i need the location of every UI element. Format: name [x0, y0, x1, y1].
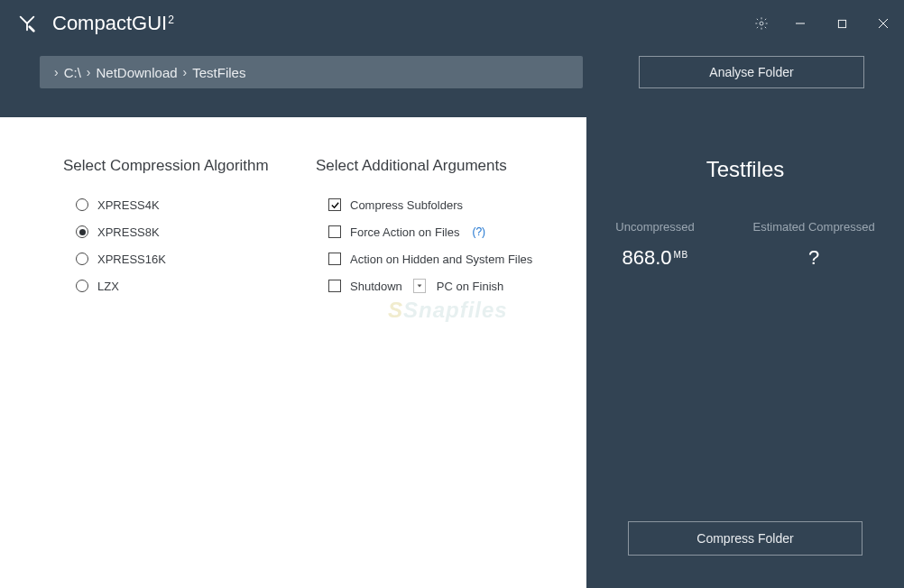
chevron-right-icon: › [183, 65, 188, 79]
svg-point-0 [760, 22, 763, 25]
arg-force-action[interactable]: Force Action on Files (?) [328, 218, 532, 245]
minimize-button[interactable] [779, 5, 821, 41]
checkbox-icon [328, 280, 341, 292]
algorithm-section-title: Select Compression Algorithm [63, 157, 316, 175]
stat-uncompressed: Uncompressed 868.0 MB [615, 220, 694, 270]
radio-icon [76, 198, 88, 211]
maximize-button[interactable] [821, 5, 862, 41]
algo-option-xpress4k[interactable]: XPRESS4K [76, 191, 316, 218]
arguments-section-title: Select Additional Arguments [316, 157, 532, 175]
checkbox-icon [328, 225, 341, 238]
algo-option-lzx[interactable]: LZX [76, 272, 316, 299]
checkbox-icon [328, 253, 341, 265]
radio-icon [76, 225, 88, 238]
help-link[interactable]: (?) [472, 225, 485, 238]
algo-option-xpress16k[interactable]: XPRESS16K [76, 245, 316, 272]
header-row: › C:\ › NetDownload › TestFiles Analyse … [0, 47, 904, 117]
breadcrumb-segment[interactable]: C:\ [64, 65, 81, 80]
close-button[interactable] [862, 5, 904, 41]
breadcrumb-segment[interactable]: TestFiles [192, 65, 245, 80]
app-title: CompactGUI2 [52, 12, 174, 35]
right-panel: Testfiles Uncompressed 868.0 MB Estimate… [586, 117, 904, 588]
arg-hidden-system[interactable]: Action on Hidden and System Files [328, 245, 532, 272]
chevron-right-icon: › [87, 65, 91, 79]
shutdown-dropdown[interactable] [413, 279, 426, 293]
chevron-right-icon: › [54, 65, 59, 79]
compress-folder-button[interactable]: Compress Folder [628, 521, 862, 556]
arg-shutdown[interactable]: Shutdown PC on Finish [328, 272, 532, 299]
algo-option-xpress8k[interactable]: XPRESS8K [76, 218, 316, 245]
app-icon [13, 9, 42, 38]
left-panel: Select Compression Algorithm XPRESS4K XP… [0, 117, 586, 588]
titlebar: CompactGUI2 [0, 0, 904, 47]
radio-icon [76, 280, 88, 292]
stat-estimated: Estimated Compressed ? [753, 220, 875, 270]
breadcrumb-segment[interactable]: NetDownload [97, 65, 178, 80]
breadcrumb[interactable]: › C:\ › NetDownload › TestFiles [40, 56, 583, 88]
analyse-folder-button[interactable]: Analyse Folder [639, 56, 864, 88]
arg-compress-subfolders[interactable]: Compress Subfolders [328, 191, 532, 218]
svg-rect-2 [838, 20, 845, 27]
checkbox-icon [328, 198, 341, 211]
folder-name: Testfiles [706, 157, 785, 182]
radio-icon [76, 253, 88, 265]
settings-button[interactable] [743, 5, 779, 41]
